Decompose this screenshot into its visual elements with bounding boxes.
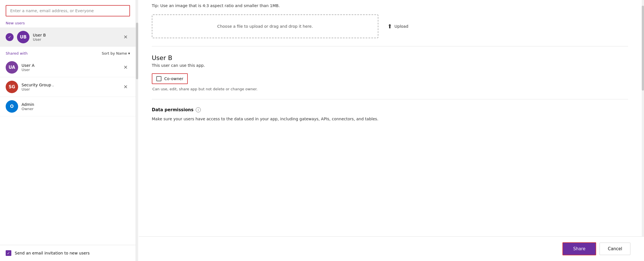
sort-by-label: Sort by Name bbox=[102, 51, 127, 55]
search-input[interactable] bbox=[6, 5, 130, 16]
shared-with-label: Shared with bbox=[6, 51, 27, 55]
upload-area: Choose a file to upload or drag and drop… bbox=[152, 14, 628, 38]
shared-user-list: UA User A User ✕ SG Security Group . Use… bbox=[0, 58, 136, 151]
sort-by-button[interactable]: Sort by Name ▾ bbox=[102, 51, 130, 55]
email-invite-row: ✓ Send an email invitation to new users bbox=[0, 245, 136, 261]
right-scrollbar[interactable] bbox=[642, 0, 644, 261]
security-group-role: User bbox=[22, 87, 118, 91]
selected-user-row: ✓ UB User B User ✕ bbox=[0, 27, 136, 47]
email-invite-label: Send an email invitation to new users bbox=[15, 251, 90, 255]
bottom-bar: Share Cancel bbox=[139, 236, 642, 261]
co-owner-desc: Can use, edit, share app but not delete … bbox=[152, 87, 628, 91]
data-perm-header: Data permissions i bbox=[152, 107, 628, 112]
share-button[interactable]: Share bbox=[562, 242, 596, 255]
co-owner-label: Co-owner bbox=[164, 76, 183, 81]
search-input-wrapper bbox=[0, 0, 136, 20]
info-icon[interactable]: i bbox=[196, 107, 201, 112]
user-b-desc: This user can use this app. bbox=[152, 63, 628, 68]
selected-user-info: User B User bbox=[33, 33, 118, 42]
admin-role: Owner bbox=[22, 107, 130, 111]
upload-icon: ⬆ bbox=[387, 23, 392, 30]
email-invite-checkbox[interactable]: ✓ bbox=[6, 250, 11, 256]
chevron-down-icon: ▾ bbox=[128, 51, 130, 55]
remove-user-a-button[interactable]: ✕ bbox=[121, 64, 130, 71]
selected-user-role: User bbox=[33, 37, 118, 42]
left-panel: New users ✓ UB User B User ✕ Shared with… bbox=[0, 0, 136, 261]
list-item: O Admin Owner bbox=[0, 97, 136, 116]
remove-user-b-button[interactable]: ✕ bbox=[121, 33, 130, 41]
right-panel: Tip: Use an image that is 4:3 aspect rat… bbox=[138, 0, 642, 261]
scroll-bar[interactable] bbox=[136, 0, 138, 261]
selected-user-name: User B bbox=[33, 33, 118, 37]
security-group-avatar: SG bbox=[6, 81, 18, 93]
cancel-button[interactable]: Cancel bbox=[600, 243, 630, 255]
tip-section: Tip: Use an image that is 4:3 aspect rat… bbox=[152, 0, 628, 9]
data-perm-title: Data permissions bbox=[152, 107, 193, 112]
user-a-avatar: UA bbox=[6, 61, 18, 74]
admin-avatar: O bbox=[6, 100, 18, 113]
user-a-role: User bbox=[22, 68, 118, 72]
upload-label: Upload bbox=[394, 24, 408, 29]
user-b-name: User B bbox=[152, 54, 628, 61]
user-a-name: User A bbox=[22, 63, 118, 68]
scroll-thumb bbox=[136, 23, 138, 79]
shared-with-header: Shared with Sort by Name ▾ bbox=[0, 47, 136, 58]
right-scrollbar-thumb bbox=[642, 6, 644, 91]
divider-1 bbox=[152, 46, 628, 46]
new-users-label: New users bbox=[0, 20, 136, 27]
co-owner-checkbox[interactable] bbox=[156, 76, 161, 81]
drop-zone[interactable]: Choose a file to upload or drag and drop… bbox=[152, 14, 378, 38]
security-group-name: Security Group . bbox=[22, 83, 118, 87]
list-item: SG Security Group . User ✕ bbox=[0, 77, 136, 97]
security-group-info: Security Group . User bbox=[22, 83, 118, 91]
remove-security-group-button[interactable]: ✕ bbox=[121, 83, 130, 91]
tip-text: Tip: Use an image that is 4:3 aspect rat… bbox=[152, 1, 280, 8]
user-a-info: User A User bbox=[22, 63, 118, 72]
data-permissions-section: Data permissions i Make sure your users … bbox=[152, 107, 628, 122]
user-b-avatar: UB bbox=[17, 31, 29, 43]
list-item: UA User A User ✕ bbox=[0, 58, 136, 77]
user-b-section: User B This user can use this app. Co-ow… bbox=[152, 54, 628, 91]
check-icon: ✓ bbox=[6, 33, 14, 41]
upload-button[interactable]: ⬆ Upload bbox=[387, 23, 408, 30]
divider-2 bbox=[152, 99, 628, 99]
co-owner-box[interactable]: Co-owner bbox=[152, 73, 188, 84]
data-perm-desc: Make sure your users have access to the … bbox=[152, 116, 628, 122]
admin-info: Admin Owner bbox=[22, 102, 130, 111]
admin-name: Admin bbox=[22, 102, 130, 107]
